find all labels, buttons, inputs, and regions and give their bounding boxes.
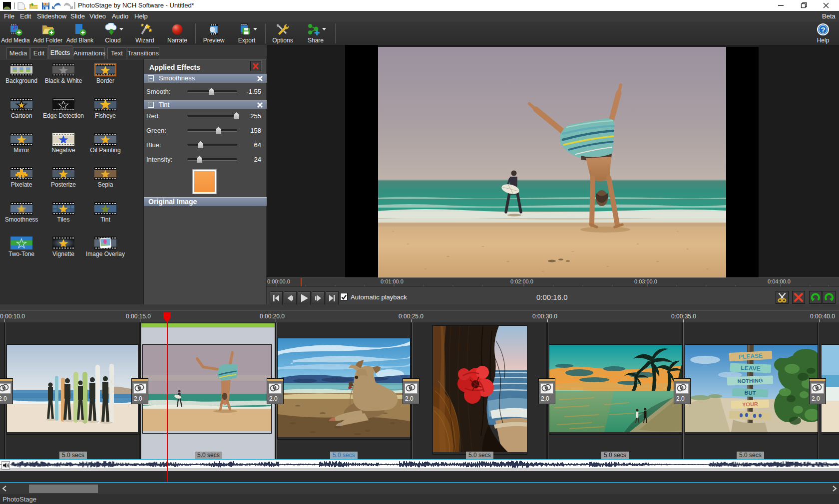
svg-text:BUT: BUT <box>744 390 756 396</box>
svg-text:YOUR: YOUR <box>742 401 758 407</box>
svg-text:PLEASE: PLEASE <box>739 352 763 360</box>
svg-text:NOTHING: NOTHING <box>737 377 763 384</box>
svg-text:LEAVE: LEAVE <box>741 364 761 372</box>
svg-text:?: ? <box>821 25 825 34</box>
